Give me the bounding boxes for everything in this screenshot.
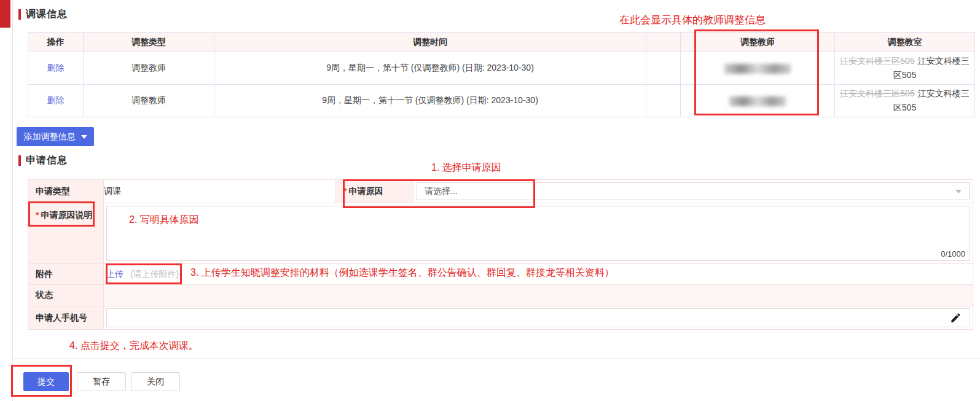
adjustment-table: 操作 调整类型 调整时间 调整教师 调整教室 删除 调整教师 9周，星期一，第十… [28, 32, 975, 117]
desc-label-cell: *申请原因说明 [28, 203, 104, 264]
col-header-adjust-type: 调整类型 [84, 33, 214, 52]
annotation-step3: 3. 上传学生知晓调整安排的材料（例如选课学生签名、群公告确认、群回复、群接龙等… [190, 267, 614, 279]
redacted-teacher-name [729, 96, 786, 106]
edit-pencil-icon[interactable] [950, 312, 962, 325]
cell-action: 删除 [28, 52, 84, 85]
left-red-tab [0, 0, 10, 28]
desc-textarea-cell: 0/1000 [104, 203, 973, 264]
cell-empty [646, 85, 681, 117]
cell-adjust-teacher [681, 85, 835, 117]
delete-link[interactable]: 删除 [47, 63, 65, 72]
annotation-teacher-info: 在此会显示具体的教师调整信息 [619, 13, 766, 27]
table-header-row: 操作 调整类型 调整时间 调整教师 调整教室 [28, 33, 975, 52]
room-old-strikethrough: 江安文科楼三区505 [840, 88, 914, 98]
room-old-strikethrough: 江安文科楼三区505 [840, 56, 914, 66]
col-header-adjust-teacher: 调整教师 [681, 33, 835, 52]
application-form: 申请类型 调课 *申请原因 请选择... *申请原因说明 0/1000 附件 上… [28, 179, 973, 330]
section-header-course-info: 调课信息 [18, 8, 68, 21]
cell-adjust-room: 江安文科楼三区505江安文科楼三区505 [835, 52, 975, 85]
redacted-teacher-name [724, 64, 791, 74]
reason-select-cell: 请选择... [414, 180, 973, 203]
panel-left-border [12, 0, 13, 401]
footer-divider [13, 358, 980, 359]
form-row-phone: 申请人手机号 [28, 306, 973, 330]
select-arrow-icon [955, 190, 962, 193]
attachment-label: 附件 [28, 264, 104, 285]
cell-adjust-teacher [681, 52, 835, 85]
cell-action: 删除 [28, 85, 84, 117]
add-adjustment-label: 添加调整信息 [24, 131, 76, 142]
reason-select-placeholder: 请选择... [425, 186, 458, 197]
col-header-empty [646, 33, 681, 52]
desc-label: 申请原因说明 [41, 210, 92, 220]
section-header-apply-info: 申请信息 [18, 154, 68, 167]
form-row-description: *申请原因说明 0/1000 [28, 203, 973, 264]
col-header-action: 操作 [28, 33, 84, 52]
annotation-step2: 2. 写明具体原因 [129, 214, 199, 227]
status-value-cell [104, 285, 973, 306]
reason-description-textarea[interactable]: 0/1000 [106, 206, 970, 261]
cell-adjust-time: 9周，星期一，第十一节 (仅调整教师) (日期: 2023-10-30) [214, 85, 646, 117]
cell-empty [646, 52, 681, 85]
add-adjustment-button[interactable]: 添加调整信息 [17, 127, 94, 146]
status-label: 状态 [28, 285, 104, 306]
annotation-step4: 4. 点击提交，完成本次调课。 [69, 340, 198, 352]
apply-type-label: 申请类型 [28, 180, 104, 203]
save-draft-button[interactable]: 暂存 [77, 372, 126, 391]
apply-type-value: 调课 [104, 180, 336, 203]
col-header-adjust-room: 调整教室 [835, 33, 975, 52]
submit-button[interactable]: 提交 [23, 372, 69, 391]
upload-hint: (请上传附件) [130, 269, 179, 279]
phone-input[interactable] [106, 308, 970, 327]
close-button[interactable]: 关闭 [131, 372, 180, 391]
phone-cell [104, 306, 973, 330]
cell-adjust-time: 9周，星期一，第十节 (仅调整教师) (日期: 2023-10-30) [214, 52, 646, 85]
table-row: 删除 调整教师 9周，星期一，第十一节 (仅调整教师) (日期: 2023-10… [28, 85, 975, 117]
reason-select[interactable]: 请选择... [417, 182, 970, 200]
reason-label: 申请原因 [348, 186, 383, 196]
required-mark: * [343, 186, 347, 196]
chevron-down-icon [81, 135, 87, 139]
form-row-type-reason: 申请类型 调课 *申请原因 请选择... [28, 180, 973, 203]
cell-adjust-type: 调整教师 [84, 52, 214, 85]
phone-label: 申请人手机号 [28, 306, 104, 330]
section-marker-icon [18, 155, 21, 166]
delete-link[interactable]: 删除 [47, 95, 65, 105]
reason-label-cell: *申请原因 [336, 180, 414, 203]
annotation-step1: 1. 选择申请原因 [431, 162, 501, 174]
table-row: 删除 调整教师 9周，星期一，第十节 (仅调整教师) (日期: 2023-10-… [28, 52, 975, 85]
required-mark: * [36, 210, 39, 220]
cell-adjust-type: 调整教师 [84, 85, 214, 117]
section-marker-icon [18, 9, 21, 20]
section-title-apply: 申请信息 [26, 154, 68, 167]
char-counter: 0/1000 [941, 249, 965, 259]
cell-adjust-room: 江安文科楼三区505江安文科楼三区505 [835, 85, 975, 117]
form-row-status: 状态 [28, 285, 973, 306]
upload-link[interactable]: 上传 [106, 269, 123, 279]
col-header-adjust-time: 调整时间 [214, 33, 646, 52]
section-title-course: 调课信息 [26, 8, 68, 21]
